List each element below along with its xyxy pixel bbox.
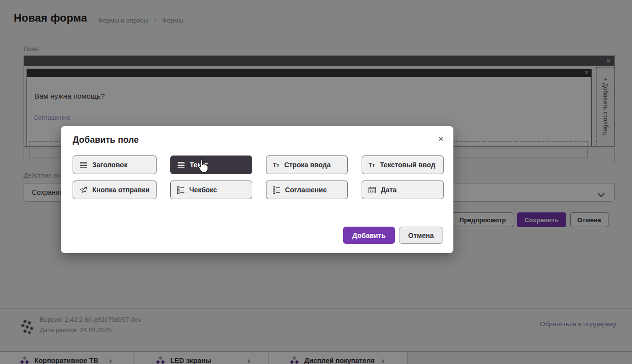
lines-icon xyxy=(79,162,87,168)
send-icon xyxy=(79,186,87,193)
field-type-text[interactable]: Текст xyxy=(170,156,252,174)
modal-title: Добавить поле xyxy=(73,135,139,145)
field-type-heading[interactable]: Заголовок xyxy=(73,156,157,174)
field-type-textarea[interactable]: Tт Текстовый ввод xyxy=(362,156,444,174)
modal-cancel-button[interactable]: Отмена xyxy=(399,227,443,244)
modal-add-button[interactable]: Добавить xyxy=(343,227,395,244)
add-field-modal: Добавить поле × Заголовок Текст Tт Строк… xyxy=(61,126,453,253)
lines-icon xyxy=(177,162,185,168)
text-size-icon: Tт xyxy=(273,161,279,169)
field-type-checkbox[interactable]: Чекбокс xyxy=(170,181,252,199)
field-type-date[interactable]: Дата xyxy=(362,181,444,199)
modal-footer: Добавить Отмена xyxy=(343,227,443,244)
text-size-icon: Tт xyxy=(369,161,375,169)
checklist-icon xyxy=(177,186,184,194)
field-type-submit-button[interactable]: Кнопка отправки xyxy=(73,181,157,199)
field-type-grid: Заголовок Текст Tт Строка ввода Tт Текст… xyxy=(73,156,444,199)
calendar-icon xyxy=(369,186,376,193)
checklist-icon xyxy=(273,186,280,194)
field-type-agreement[interactable]: Соглашение xyxy=(266,181,348,199)
modal-footer-divider xyxy=(61,216,453,216)
field-type-input-line[interactable]: Tт Строка ввода xyxy=(266,156,348,174)
modal-close-icon[interactable]: × xyxy=(438,134,444,144)
